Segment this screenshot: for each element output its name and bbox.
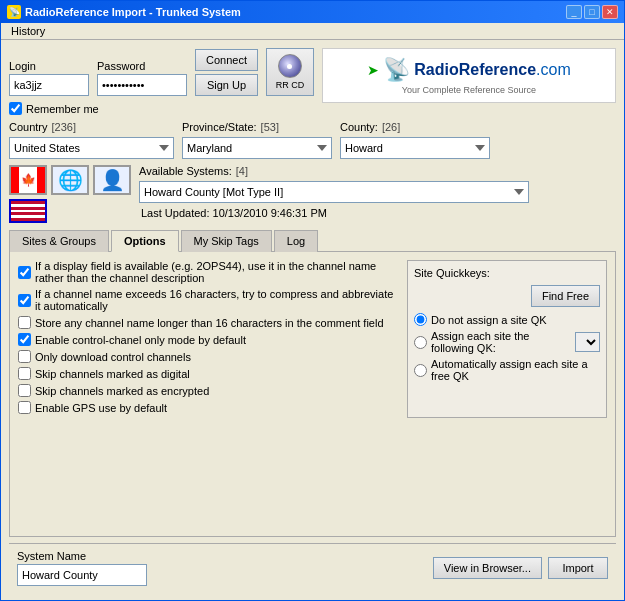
- login-input[interactable]: [9, 74, 89, 96]
- option-row-4[interactable]: Enable control-chanel only mode by defau…: [18, 333, 397, 346]
- globe-icon: 🌐: [58, 168, 83, 192]
- option-label-7: Skip channels marked as encrypted: [35, 385, 209, 397]
- radio-specific-qk[interactable]: [414, 336, 427, 349]
- maple-leaf-icon: 🍁: [21, 173, 36, 187]
- globe-button[interactable]: 🌐: [51, 165, 89, 195]
- maximize-button[interactable]: □: [584, 5, 600, 19]
- system-name-input[interactable]: [17, 564, 147, 586]
- option-label-3: Store any channel name longer than 16 ch…: [35, 317, 384, 329]
- option-label-4: Enable control-chanel only mode by defau…: [35, 334, 246, 346]
- logo-tagline: Your Complete Reference Source: [402, 85, 536, 95]
- option-checkbox-5[interactable]: [18, 350, 31, 363]
- rrcd-button[interactable]: RR CD: [266, 48, 314, 96]
- option-row-2[interactable]: If a channel name exceeds 16 characters,…: [18, 288, 397, 312]
- system-name-group: System Name: [17, 550, 147, 586]
- minimize-button[interactable]: _: [566, 5, 582, 19]
- province-label: Province/State:: [182, 121, 257, 133]
- systems-select[interactable]: Howard County [Mot Type II]: [139, 181, 529, 203]
- main-window: 📡 RadioReference Import - Trunked System…: [0, 0, 625, 601]
- menu-bar: History: [1, 23, 624, 40]
- system-name-label: System Name: [17, 550, 147, 562]
- canada-flag-button[interactable]: 🍁: [9, 165, 47, 195]
- signup-button[interactable]: Sign Up: [195, 74, 258, 96]
- systems-count: [4]: [236, 165, 248, 177]
- password-input[interactable]: [97, 74, 187, 96]
- radio-row-1: Do not assign a site QK: [414, 313, 600, 326]
- option-checkbox-7[interactable]: [18, 384, 31, 397]
- logo-area: ➤ 📡 RadioReference.com Your Complete Ref…: [322, 48, 616, 103]
- view-in-browser-button[interactable]: View in Browser...: [433, 557, 542, 579]
- rrcd-label: RR CD: [276, 80, 305, 90]
- province-field-group: Province/State: [53] Maryland: [182, 121, 332, 159]
- radio-row-2: Assign each site the following QK:: [414, 330, 600, 354]
- close-button[interactable]: ✕: [602, 5, 618, 19]
- logo-com: .com: [536, 61, 571, 78]
- title-bar-left: 📡 RadioReference Import - Trunked System: [7, 5, 241, 19]
- bottom-row: System Name View in Browser... Import: [9, 543, 616, 592]
- option-checkbox-2[interactable]: [18, 294, 31, 307]
- tab-my-skip-tags[interactable]: My Skip Tags: [181, 230, 272, 252]
- country-select[interactable]: United States: [9, 137, 174, 159]
- logo-top: ➤ 📡 RadioReference.com: [367, 57, 571, 83]
- site-quickkeys-title: Site Quickkeys:: [414, 267, 600, 279]
- option-label-8: Enable GPS use by default: [35, 402, 167, 414]
- flags-systems-row: 🍁 🌐 👤: [9, 165, 616, 223]
- option-row-7[interactable]: Skip channels marked as encrypted: [18, 384, 397, 397]
- logo-antenna-icon: 📡: [383, 57, 410, 83]
- logo-arrow: ➤: [367, 62, 379, 78]
- option-row-8[interactable]: Enable GPS use by default: [18, 401, 397, 414]
- canada-flag-icon: 🍁: [11, 167, 45, 193]
- canada-right-stripe: [37, 167, 45, 193]
- country-count: [236]: [52, 121, 76, 133]
- option-row-3[interactable]: Store any channel name longer than 16 ch…: [18, 316, 397, 329]
- county-label: County:: [340, 121, 378, 133]
- usa-flag-button[interactable]: [9, 199, 47, 223]
- find-free-button[interactable]: Find Free: [531, 285, 600, 307]
- option-checkbox-4[interactable]: [18, 333, 31, 346]
- login-buttons: Connect Sign Up: [195, 49, 258, 96]
- option-label-2: If a channel name exceeds 16 characters,…: [35, 288, 397, 312]
- option-row-6[interactable]: Skip channels marked as digital: [18, 367, 397, 380]
- usa-stripe-7: [11, 218, 45, 221]
- connect-button[interactable]: Connect: [195, 49, 258, 71]
- option-label-6: Skip channels marked as digital: [35, 368, 190, 380]
- county-select[interactable]: Howard: [340, 137, 490, 159]
- remember-row: Remember me: [9, 102, 314, 115]
- province-count: [53]: [261, 121, 279, 133]
- last-updated: Last Updated: 10/13/2010 9:46:31 PM: [141, 207, 616, 219]
- option-checkbox-6[interactable]: [18, 367, 31, 380]
- options-left: If a display field is available (e.g. 2O…: [18, 260, 397, 418]
- app-icon: 📡: [7, 5, 21, 19]
- available-systems-label: Available Systems:: [139, 165, 232, 177]
- radio-auto-qk[interactable]: [414, 364, 427, 377]
- option-checkbox-8[interactable]: [18, 401, 31, 414]
- tab-sites-groups[interactable]: Sites & Groups: [9, 230, 109, 252]
- tab-content-options: If a display field is available (e.g. 2O…: [9, 252, 616, 537]
- radio-row-3: Automatically assign each site a free QK: [414, 358, 600, 382]
- tab-options[interactable]: Options: [111, 230, 179, 252]
- option-checkbox-3[interactable]: [18, 316, 31, 329]
- cd-icon: [278, 54, 302, 78]
- login-section: Login Password Connect Sign Up: [9, 48, 314, 115]
- title-bar: 📡 RadioReference Import - Trunked System…: [1, 1, 624, 23]
- option-row-5[interactable]: Only download control channels: [18, 350, 397, 363]
- menu-history[interactable]: History: [5, 23, 51, 39]
- radio-no-qk[interactable]: [414, 313, 427, 326]
- flags-row: 🍁 🌐 👤: [9, 165, 131, 195]
- option-row-1[interactable]: If a display field is available (e.g. 2O…: [18, 260, 397, 284]
- bottom-buttons: View in Browser... Import: [433, 557, 608, 579]
- import-button[interactable]: Import: [548, 557, 608, 579]
- tab-log[interactable]: Log: [274, 230, 318, 252]
- usa-flag-icon: [11, 201, 45, 221]
- radio-label-1: Do not assign a site QK: [431, 314, 547, 326]
- tabs-row: Sites & Groups Options My Skip Tags Log: [9, 229, 616, 252]
- option-label-5: Only download control channels: [35, 351, 191, 363]
- option-checkbox-1[interactable]: [18, 266, 31, 279]
- province-select[interactable]: Maryland: [182, 137, 332, 159]
- qk-select[interactable]: [575, 332, 600, 352]
- user-icon-button[interactable]: 👤: [93, 165, 131, 195]
- radio-label-3: Automatically assign each site a free QK: [431, 358, 600, 382]
- remember-me-checkbox[interactable]: [9, 102, 22, 115]
- radio-label-2: Assign each site the following QK:: [431, 330, 571, 354]
- option-label-1: If a display field is available (e.g. 2O…: [35, 260, 397, 284]
